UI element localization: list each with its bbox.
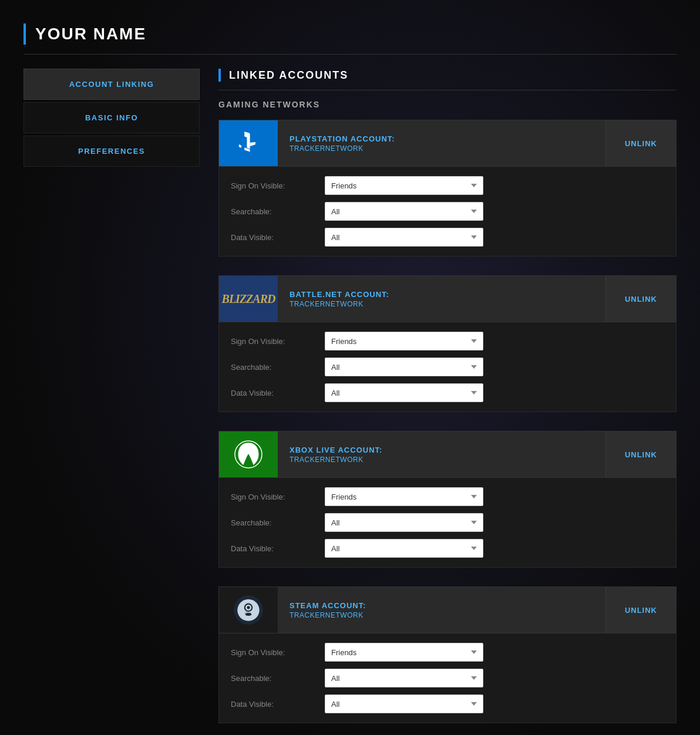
steam-unlink-button[interactable]: UNLINK <box>605 587 676 633</box>
xbox-icon <box>219 431 278 477</box>
bz-searchable-select[interactable]: AllFriendsNone <box>325 358 483 376</box>
bz-data-visible-select[interactable]: AllFriendsNone <box>325 383 483 402</box>
blizzard-account-info: BATTLE.NET ACCOUNT: TRACKERNETWORK <box>278 276 605 322</box>
xbox-account-header: XBOX LIVE ACCOUNT: TRACKERNETWORK UNLINK <box>218 431 677 478</box>
xbox-account-info: XBOX LIVE ACCOUNT: TRACKERNETWORK <box>278 431 605 477</box>
main-layout: ACCOUNT LINKING BASIC INFO PREFERENCES L… <box>23 69 677 735</box>
playstation-icon <box>219 120 278 166</box>
st-sign-on-label: Sign On Visible: <box>231 648 325 657</box>
svg-point-4 <box>247 606 250 609</box>
steam-account-username: TRACKERNETWORK <box>290 611 594 619</box>
playstation-unlink-button[interactable]: UNLINK <box>605 120 676 166</box>
st-data-visible-row: Data Visible: AllFriendsNone <box>231 694 664 713</box>
sidebar: ACCOUNT LINKING BASIC INFO PREFERENCES <box>23 69 200 735</box>
playstation-account-username: TRACKERNETWORK <box>290 144 594 153</box>
steam-account-block: STEAM ACCOUNT: TRACKERNETWORK UNLINK Sig… <box>218 586 677 723</box>
ps-searchable-label: Searchable: <box>231 207 325 216</box>
st-searchable-label: Searchable: <box>231 674 325 683</box>
ps-searchable-select[interactable]: AllFriendsNone <box>325 202 483 221</box>
blizzard-icon: BLIZZARD <box>219 276 278 322</box>
page-title: YOUR NAME <box>35 25 146 43</box>
xbox-account-block: XBOX LIVE ACCOUNT: TRACKERNETWORK UNLINK… <box>218 431 677 568</box>
st-searchable-select[interactable]: AllFriendsNone <box>325 669 483 687</box>
subsection-title: GAMING NETWORKS <box>218 100 677 109</box>
playstation-account-info: PLAYSTATION ACCOUNT: TRACKERNETWORK <box>278 120 605 166</box>
playstation-account-header: PLAYSTATION ACCOUNT: TRACKERNETWORK UNLI… <box>218 120 677 167</box>
xb-data-visible-row: Data Visible: AllFriendsNone <box>231 539 664 558</box>
xb-sign-on-label: Sign On Visible: <box>231 493 325 501</box>
xb-sign-on-row: Sign On Visible: FriendsAllNone <box>231 487 664 506</box>
st-data-visible-label: Data Visible: <box>231 700 325 709</box>
steam-icon <box>219 587 278 633</box>
ps-data-visible-select[interactable]: AllFriendsNone <box>325 228 483 247</box>
st-sign-on-select[interactable]: FriendsAllNone <box>325 643 483 662</box>
steam-account-name: STEAM ACCOUNT: <box>290 601 594 610</box>
page-wrapper: YOUR NAME ACCOUNT LINKING BASIC INFO PRE… <box>0 0 700 735</box>
svg-point-6 <box>245 613 251 616</box>
blizzard-account-name: BATTLE.NET ACCOUNT: <box>290 290 594 299</box>
xbox-account-name: XBOX LIVE ACCOUNT: <box>290 446 594 454</box>
blizzard-account-username: TRACKERNETWORK <box>290 300 594 308</box>
xbox-unlink-button[interactable]: UNLINK <box>605 431 676 477</box>
xb-data-visible-label: Data Visible: <box>231 544 325 553</box>
ps-sign-on-select[interactable]: FriendsAllNone <box>325 176 483 195</box>
blizzard-settings: Sign On Visible: FriendsAllNone Searchab… <box>218 322 677 412</box>
header-accent-bar <box>23 23 26 45</box>
xb-data-visible-select[interactable]: AllFriendsNone <box>325 539 483 558</box>
section-title: LINKED ACCOUNTS <box>229 69 348 82</box>
ps-data-visible-label: Data Visible: <box>231 233 325 242</box>
ps-sign-on-label: Sign On Visible: <box>231 181 325 190</box>
bz-sign-on-label: Sign On Visible: <box>231 337 325 346</box>
xbox-account-username: TRACKERNETWORK <box>290 456 594 464</box>
steam-account-header: STEAM ACCOUNT: TRACKERNETWORK UNLINK <box>218 586 677 633</box>
playstation-account-block: PLAYSTATION ACCOUNT: TRACKERNETWORK UNLI… <box>218 120 677 257</box>
blizzard-unlink-button[interactable]: UNLINK <box>605 276 676 322</box>
xb-searchable-select[interactable]: AllFriendsNone <box>325 513 483 532</box>
bz-sign-on-row: Sign On Visible: FriendsAllNone <box>231 332 664 350</box>
content-area: LINKED ACCOUNTS GAMING NETWORKS <box>218 69 677 735</box>
page-header: YOUR NAME <box>23 23 677 55</box>
bz-data-visible-label: Data Visible: <box>231 389 325 397</box>
xb-sign-on-select[interactable]: FriendsAllNone <box>325 487 483 506</box>
xbox-settings: Sign On Visible: FriendsAllNone Searchab… <box>218 478 677 568</box>
bz-searchable-label: Searchable: <box>231 363 325 372</box>
playstation-settings: Sign On Visible: FriendsAllNone Searchab… <box>218 167 677 257</box>
steam-settings: Sign On Visible: FriendsAllNone Searchab… <box>218 633 677 723</box>
bz-data-visible-row: Data Visible: AllFriendsNone <box>231 383 664 402</box>
st-sign-on-row: Sign On Visible: FriendsAllNone <box>231 643 664 662</box>
st-data-visible-select[interactable]: AllFriendsNone <box>325 694 483 713</box>
bz-searchable-row: Searchable: AllFriendsNone <box>231 358 664 376</box>
ps-searchable-row: Searchable: AllFriendsNone <box>231 202 664 221</box>
steam-account-info: STEAM ACCOUNT: TRACKERNETWORK <box>278 587 605 633</box>
section-header: LINKED ACCOUNTS <box>218 69 677 90</box>
xb-searchable-row: Searchable: AllFriendsNone <box>231 513 664 532</box>
st-searchable-row: Searchable: AllFriendsNone <box>231 669 664 687</box>
ps-sign-on-row: Sign On Visible: FriendsAllNone <box>231 176 664 195</box>
sidebar-item-account-linking[interactable]: ACCOUNT LINKING <box>23 69 200 100</box>
bz-sign-on-select[interactable]: FriendsAllNone <box>325 332 483 350</box>
ps-data-visible-row: Data Visible: AllFriendsNone <box>231 228 664 247</box>
sidebar-item-preferences[interactable]: PREFERENCES <box>23 136 200 167</box>
playstation-account-name: PLAYSTATION ACCOUNT: <box>290 134 594 143</box>
xb-searchable-label: Searchable: <box>231 518 325 527</box>
sidebar-item-basic-info[interactable]: BASIC INFO <box>23 102 200 133</box>
blizzard-account-block: BLIZZARD BATTLE.NET ACCOUNT: TRACKERNETW… <box>218 275 677 412</box>
section-accent-bar <box>218 69 221 82</box>
blizzard-account-header: BLIZZARD BATTLE.NET ACCOUNT: TRACKERNETW… <box>218 275 677 322</box>
